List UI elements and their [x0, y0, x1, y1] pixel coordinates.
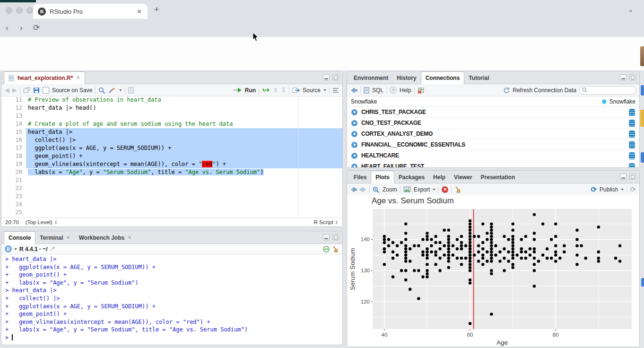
- window-controls[interactable]: [6, 7, 37, 16]
- compile-report-icon[interactable]: [128, 87, 134, 94]
- clear-console-broom-icon[interactable]: [332, 246, 339, 252]
- previous-plot-icon[interactable]: [350, 187, 357, 192]
- database-table-icon[interactable]: [629, 130, 635, 138]
- tab-tutorial[interactable]: Tutorial: [464, 72, 493, 84]
- tab-presentation[interactable]: Presentation: [477, 171, 520, 183]
- tab-history[interactable]: History: [392, 72, 420, 84]
- close-tab-icon[interactable]: ✕: [66, 235, 70, 241]
- connection-item-financial__economic_essentials[interactable]: FINANCIAL__ECONOMIC_ESSENTIALS: [347, 139, 639, 150]
- sql-label[interactable]: SQL: [372, 87, 383, 94]
- refresh-connection-icon[interactable]: [503, 87, 510, 94]
- minimize-window-button[interactable]: [16, 7, 23, 14]
- minimize-pane-icon[interactable]: [323, 234, 330, 240]
- scope-selector[interactable]: (Top Level) ⇕: [26, 219, 58, 225]
- save-file-icon[interactable]: [33, 87, 40, 94]
- new-tab-button[interactable]: +: [154, 6, 159, 13]
- tab-environment[interactable]: Environment: [349, 72, 392, 84]
- editor-line-23[interactable]: 23: [1, 192, 342, 200]
- expand-icon[interactable]: [351, 109, 357, 115]
- close-source-tab-icon[interactable]: ✕: [76, 75, 80, 81]
- editor-line-25[interactable]: 25: [1, 209, 342, 217]
- database-table-icon[interactable]: [629, 152, 635, 159]
- connections-back-icon[interactable]: [350, 87, 357, 93]
- tab-heart-exploration[interactable]: R heart_exploration.R* ✕: [4, 71, 85, 84]
- export-caret-icon[interactable]: [433, 189, 435, 191]
- tab-help[interactable]: Help: [429, 171, 450, 183]
- back-icon[interactable]: ‹: [6, 24, 9, 32]
- refresh-connection-label[interactable]: Refresh Connection Data: [513, 87, 576, 94]
- editor-line-15[interactable]: 15heart_data |>: [1, 128, 342, 136]
- close-tab-icon[interactable]: ✕: [127, 235, 131, 241]
- expand-icon[interactable]: [351, 153, 357, 159]
- expand-icon[interactable]: [351, 131, 357, 137]
- source-button-label[interactable]: Source: [303, 87, 321, 94]
- open-in-window-icon[interactable]: [23, 87, 30, 93]
- maximize-pane-icon[interactable]: [332, 74, 339, 80]
- editor-line-13[interactable]: 13: [1, 112, 342, 120]
- connections-search-box[interactable]: [579, 86, 636, 95]
- tab-search-chevron-icon[interactable]: ⌄: [628, 6, 634, 13]
- publish-label[interactable]: Publish: [600, 186, 618, 193]
- editor-line-20[interactable]: 20 labs(x = "Age", y = "Serum Sodium", t…: [1, 168, 342, 176]
- wand-caret-icon[interactable]: [119, 89, 122, 91]
- connection-item-cno_test_package[interactable]: CNO_TEST_PACKAGE: [347, 118, 639, 129]
- publish-caret-icon[interactable]: [621, 189, 624, 191]
- close-window-button[interactable]: [6, 7, 12, 14]
- forward-icon[interactable]: ›: [20, 24, 23, 32]
- tab-connections[interactable]: Connections: [421, 71, 465, 84]
- tab-viewer[interactable]: Viewer: [450, 171, 476, 183]
- maximize-pane-icon[interactable]: [629, 74, 636, 80]
- source-back-icon[interactable]: ◀: [5, 87, 9, 94]
- editor-line-11[interactable]: 11# Preview of observations in heart_dat…: [1, 96, 342, 104]
- rerun-icon[interactable]: ↻: [262, 87, 270, 93]
- sql-file-icon[interactable]: [364, 87, 369, 94]
- editor-line-22[interactable]: 22: [1, 184, 342, 192]
- editor-line-24[interactable]: 24: [1, 200, 342, 209]
- maximize-pane-icon[interactable]: [629, 174, 636, 180]
- source-up-icon[interactable]: ⇧: [273, 87, 278, 94]
- editor-line-21[interactable]: 21: [1, 176, 342, 184]
- source-forward-icon[interactable]: ▶: [12, 87, 17, 94]
- console-output[interactable]: > heart_data |>+ ggplot(aes(x = AGE, y =…: [1, 254, 342, 345]
- browser-tab[interactable]: R RStudio Pro ✕: [33, 4, 148, 19]
- connection-item-healthcare[interactable]: HEALTHCARE: [347, 150, 639, 161]
- next-plot-icon[interactable]: [360, 187, 366, 192]
- expand-icon[interactable]: [351, 142, 357, 148]
- source-caret-icon[interactable]: [323, 89, 326, 91]
- expand-icon[interactable]: [351, 164, 357, 168]
- database-table-icon[interactable]: [629, 120, 635, 127]
- database-table-icon[interactable]: [629, 141, 635, 148]
- disconnect-icon[interactable]: [418, 87, 425, 94]
- tab-files[interactable]: Files: [349, 171, 371, 183]
- editor-line-17[interactable]: 17 ggplot(aes(x = AGE, y = SERUM_SODIUM)…: [1, 144, 342, 152]
- source-on-save-checkbox[interactable]: [43, 87, 49, 94]
- find-replace-icon[interactable]: [98, 87, 105, 94]
- code-editor[interactable]: 11# Preview of observations in heart_dat…: [1, 96, 342, 218]
- connection-item-chris_test_package[interactable]: CHRIS_TEST_PACKAGE: [347, 107, 639, 118]
- reload-icon[interactable]: ⟳: [33, 24, 40, 32]
- connections-search-input[interactable]: [589, 87, 633, 94]
- tab-terminal[interactable]: Terminal✕: [35, 232, 74, 244]
- export-label[interactable]: Export: [414, 186, 430, 193]
- source-button-icon[interactable]: [292, 87, 300, 93]
- connections-help-label[interactable]: Help: [400, 87, 411, 94]
- editor-line-12[interactable]: 12heart_data |> head(): [1, 104, 342, 112]
- editor-line-16[interactable]: 16 collect() |>: [1, 136, 342, 144]
- zoom-label[interactable]: Zoom: [383, 186, 397, 193]
- maximize-pane-icon[interactable]: [332, 234, 339, 240]
- source-down-icon[interactable]: ⇩: [281, 87, 286, 94]
- editor-line-18[interactable]: 18 geom_point() +: [1, 152, 342, 160]
- database-table-icon[interactable]: [629, 163, 635, 168]
- connection-item-cortex_analyst_demo[interactable]: CORTEX_ANALYST_DEMO: [347, 129, 639, 139]
- database-table-icon[interactable]: [629, 109, 635, 116]
- tab-packages[interactable]: Packages: [394, 171, 429, 183]
- refresh-plot-icon[interactable]: ⟳: [630, 185, 636, 194]
- run-icon[interactable]: [234, 87, 242, 93]
- minimize-pane-icon[interactable]: [620, 74, 627, 80]
- file-type-selector[interactable]: R Script ⇕: [314, 219, 339, 225]
- editor-line-19[interactable]: 19 geom_vline(aes(xintercept = mean(AGE)…: [1, 160, 342, 168]
- console-r-caret-icon[interactable]: [14, 248, 17, 250]
- document-outline-icon[interactable]: [332, 87, 339, 93]
- expand-icon[interactable]: [351, 120, 357, 126]
- console-path-link-icon[interactable]: [50, 246, 56, 252]
